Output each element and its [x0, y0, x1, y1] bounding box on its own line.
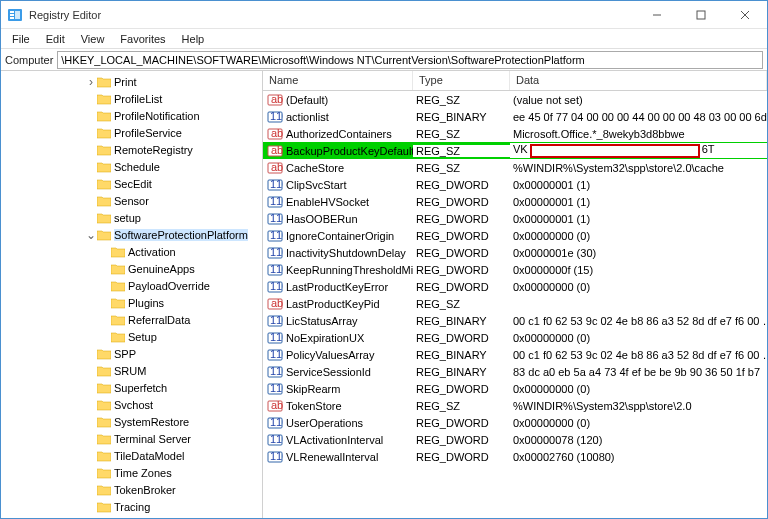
tree-item[interactable]: SecEdit — [1, 175, 262, 192]
tree-item[interactable]: ProfileService — [1, 124, 262, 141]
folder-icon — [97, 416, 111, 428]
tree-item-label: Plugins — [128, 297, 164, 309]
tree-item[interactable]: Sensor — [1, 192, 262, 209]
value-row[interactable]: 110ServiceSessionIdREG_BINARY83 dc a0 eb… — [263, 363, 767, 380]
svg-text:ab: ab — [271, 127, 283, 139]
tree-item-label: Time Zones — [114, 467, 172, 479]
value-row[interactable]: 110IgnoreContainerOriginREG_DWORD0x00000… — [263, 227, 767, 244]
value-row[interactable]: 110LastProductKeyErrorREG_DWORD0x0000000… — [263, 278, 767, 295]
value-row[interactable]: 110LicStatusArrayREG_BINARY00 c1 f0 62 5… — [263, 312, 767, 329]
value-data: 0x00000000 (0) — [510, 383, 767, 395]
value-type: REG_DWORD — [413, 213, 510, 225]
header-name[interactable]: Name — [263, 71, 413, 90]
value-row[interactable]: 110VLRenewalIntervalREG_DWORD0x00002760 … — [263, 448, 767, 465]
value-type: REG_DWORD — [413, 417, 510, 429]
menu-help[interactable]: Help — [175, 31, 212, 47]
folder-icon — [97, 348, 111, 360]
header-type[interactable]: Type — [413, 71, 510, 90]
tree-item[interactable]: Superfetch — [1, 379, 262, 396]
menu-edit[interactable]: Edit — [39, 31, 72, 47]
tree-item[interactable]: Tracing — [1, 498, 262, 515]
svg-text:110: 110 — [270, 178, 283, 190]
value-row[interactable]: 110actionlistREG_BINARYee 45 0f 77 04 00… — [263, 108, 767, 125]
tree-item[interactable]: ProfileNotification — [1, 107, 262, 124]
menu-favorites[interactable]: Favorites — [113, 31, 172, 47]
close-button[interactable] — [723, 1, 767, 29]
tree-item[interactable]: TileDataModel — [1, 447, 262, 464]
value-type: REG_DWORD — [413, 264, 510, 276]
svg-text:110: 110 — [270, 110, 283, 122]
tree-item[interactable]: TokenBroker — [1, 481, 262, 498]
value-data: 0x00000001 (1) — [510, 179, 767, 191]
value-data: 0x00000000 (0) — [510, 332, 767, 344]
tree-item[interactable]: ⌄SoftwareProtectionPlatform — [1, 226, 262, 243]
value-name: ClipSvcStart — [286, 179, 347, 191]
svg-rect-3 — [10, 17, 14, 19]
tree-item[interactable]: SystemRestore — [1, 413, 262, 430]
value-row[interactable]: 110SkipRearmREG_DWORD0x00000000 (0) — [263, 380, 767, 397]
value-row[interactable]: 110InactivityShutdownDelayREG_DWORD0x000… — [263, 244, 767, 261]
menu-view[interactable]: View — [74, 31, 112, 47]
folder-icon — [97, 229, 111, 241]
value-row[interactable]: abAuthorizedContainersREG_SZMicrosoft.Of… — [263, 125, 767, 142]
tree-item[interactable]: Setup — [1, 328, 262, 345]
value-row[interactable]: 110ClipSvcStartREG_DWORD0x00000001 (1) — [263, 176, 767, 193]
menu-file[interactable]: File — [5, 31, 37, 47]
value-row[interactable]: 110NoExpirationUXREG_DWORD0x00000000 (0) — [263, 329, 767, 346]
tree-item[interactable]: Svchost — [1, 396, 262, 413]
tree-item[interactable]: Schedule — [1, 158, 262, 175]
value-row[interactable]: ab(Default)REG_SZ(value not set) — [263, 91, 767, 108]
tree-item[interactable]: SPP — [1, 345, 262, 362]
value-data: 00 c1 f0 62 53 9c 02 4e b8 86 a3 52 8d d… — [510, 315, 767, 327]
collapse-icon[interactable]: ⌄ — [85, 229, 97, 241]
value-type: REG_DWORD — [413, 247, 510, 259]
value-row[interactable]: 110EnableHVSocketREG_DWORD0x00000001 (1) — [263, 193, 767, 210]
expand-icon[interactable]: › — [85, 76, 97, 88]
reg-string-icon: ab — [267, 161, 283, 175]
value-data: 0x00000000 (0) — [510, 417, 767, 429]
address-input[interactable] — [57, 51, 763, 69]
tree-item[interactable]: ReferralData — [1, 311, 262, 328]
header-data[interactable]: Data — [510, 71, 767, 90]
folder-icon — [97, 467, 111, 479]
value-name: TokenStore — [286, 400, 342, 412]
tree-item[interactable]: Terminal Server — [1, 430, 262, 447]
value-row[interactable]: abLastProductKeyPidREG_SZ — [263, 295, 767, 312]
tree-item[interactable]: setup — [1, 209, 262, 226]
value-row[interactable]: abTokenStoreREG_SZ%WINDIR%\System32\spp\… — [263, 397, 767, 414]
tree-item[interactable]: Plugins — [1, 294, 262, 311]
tree-item[interactable]: RemoteRegistry — [1, 141, 262, 158]
value-row[interactable]: 110UserOperationsREG_DWORD0x00000000 (0) — [263, 414, 767, 431]
value-name: LicStatusArray — [286, 315, 358, 327]
tree-item-label: SRUM — [114, 365, 146, 377]
value-row[interactable]: abBackupProductKeyDefaultREG_SZVK6T — [263, 142, 767, 159]
tree-item[interactable]: ›Print — [1, 73, 262, 90]
tree-item[interactable]: Activation — [1, 243, 262, 260]
values-pane[interactable]: Name Type Data ab(Default)REG_SZ(value n… — [263, 71, 767, 518]
folder-icon — [111, 246, 125, 258]
minimize-button[interactable] — [635, 1, 679, 29]
tree-item[interactable]: PayloadOverride — [1, 277, 262, 294]
folder-icon — [97, 212, 111, 224]
value-row[interactable]: abCacheStoreREG_SZ%WINDIR%\System32\spp\… — [263, 159, 767, 176]
value-data: 0x0000000f (15) — [510, 264, 767, 276]
value-row[interactable]: 110KeepRunningThresholdMinsREG_DWORD0x00… — [263, 261, 767, 278]
reg-binary-icon: 110 — [267, 280, 283, 294]
tree-item[interactable]: UAC — [1, 515, 262, 518]
value-row[interactable]: 110PolicyValuesArrayREG_BINARY00 c1 f0 6… — [263, 346, 767, 363]
svg-text:ab: ab — [271, 93, 283, 105]
maximize-button[interactable] — [679, 1, 723, 29]
tree-item[interactable]: GenuineApps — [1, 260, 262, 277]
tree-pane[interactable]: ›PrintProfileListProfileNotificationProf… — [1, 71, 263, 518]
reg-binary-icon: 110 — [267, 178, 283, 192]
tree-item[interactable]: ProfileList — [1, 90, 262, 107]
value-row[interactable]: 110HasOOBERunREG_DWORD0x00000001 (1) — [263, 210, 767, 227]
value-row[interactable]: 110VLActivationIntervalREG_DWORD0x000000… — [263, 431, 767, 448]
reg-string-icon: ab — [267, 297, 283, 311]
tree-item-label: ProfileService — [114, 127, 182, 139]
value-type: REG_DWORD — [413, 179, 510, 191]
tree-item[interactable]: Time Zones — [1, 464, 262, 481]
value-type: REG_SZ — [413, 400, 510, 412]
tree-item[interactable]: SRUM — [1, 362, 262, 379]
tree-item-label: Activation — [128, 246, 176, 258]
